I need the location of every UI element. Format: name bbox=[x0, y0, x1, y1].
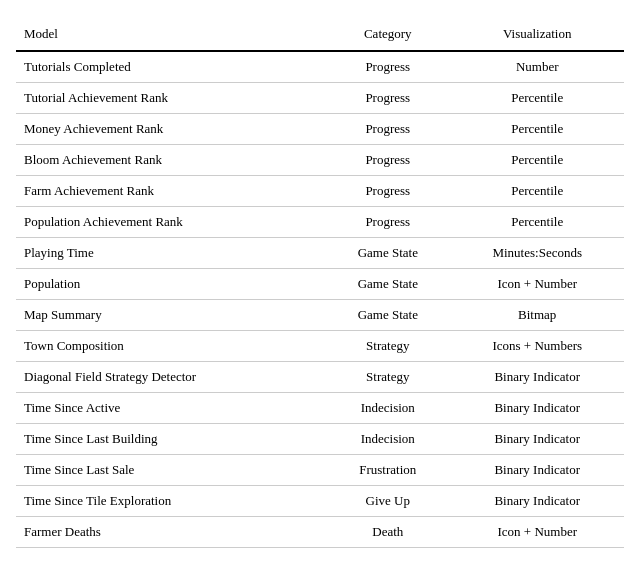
cell-model: Farmer Deaths bbox=[16, 517, 325, 548]
cell-visualization: Number bbox=[450, 51, 624, 83]
cell-category: Progress bbox=[325, 51, 450, 83]
cell-category: Game State bbox=[325, 300, 450, 331]
cell-visualization: Binary Indicator bbox=[450, 486, 624, 517]
table-row: Farm Achievement RankProgressPercentile bbox=[16, 176, 624, 207]
cell-visualization: Minutes:Seconds bbox=[450, 238, 624, 269]
header-model: Model bbox=[16, 20, 325, 51]
cell-category: Progress bbox=[325, 83, 450, 114]
cell-category: Give Up bbox=[325, 486, 450, 517]
cell-category: Progress bbox=[325, 114, 450, 145]
main-table-container: Model Category Visualization Tutorials C… bbox=[16, 20, 624, 548]
cell-category: Game State bbox=[325, 238, 450, 269]
cell-visualization: Percentile bbox=[450, 176, 624, 207]
table-row: Diagonal Field Strategy DetectorStrategy… bbox=[16, 362, 624, 393]
cell-visualization: Binary Indicator bbox=[450, 455, 624, 486]
cell-model: Population bbox=[16, 269, 325, 300]
table-row: Tutorial Achievement RankProgressPercent… bbox=[16, 83, 624, 114]
table-row: Bloom Achievement RankProgressPercentile bbox=[16, 145, 624, 176]
cell-visualization: Percentile bbox=[450, 114, 624, 145]
cell-visualization: Icon + Number bbox=[450, 269, 624, 300]
cell-category: Progress bbox=[325, 176, 450, 207]
table-row: Time Since Last BuildingIndecisionBinary… bbox=[16, 424, 624, 455]
table-row: Population Achievement RankProgressPerce… bbox=[16, 207, 624, 238]
cell-visualization: Binary Indicator bbox=[450, 393, 624, 424]
header-category: Category bbox=[325, 20, 450, 51]
cell-category: Strategy bbox=[325, 331, 450, 362]
table-row: PopulationGame StateIcon + Number bbox=[16, 269, 624, 300]
cell-category: Progress bbox=[325, 145, 450, 176]
cell-visualization: Binary Indicator bbox=[450, 362, 624, 393]
table-header-row: Model Category Visualization bbox=[16, 20, 624, 51]
cell-category: Indecision bbox=[325, 424, 450, 455]
cell-visualization: Bitmap bbox=[450, 300, 624, 331]
cell-model: Time Since Last Sale bbox=[16, 455, 325, 486]
cell-category: Progress bbox=[325, 207, 450, 238]
table-row: Time Since Last SaleFrustrationBinary In… bbox=[16, 455, 624, 486]
cell-category: Indecision bbox=[325, 393, 450, 424]
cell-category: Death bbox=[325, 517, 450, 548]
cell-model: Farm Achievement Rank bbox=[16, 176, 325, 207]
cell-category: Game State bbox=[325, 269, 450, 300]
cell-model: Bloom Achievement Rank bbox=[16, 145, 325, 176]
cell-model: Population Achievement Rank bbox=[16, 207, 325, 238]
cell-model: Money Achievement Rank bbox=[16, 114, 325, 145]
cell-category: Frustration bbox=[325, 455, 450, 486]
cell-category: Strategy bbox=[325, 362, 450, 393]
cell-visualization: Percentile bbox=[450, 145, 624, 176]
table-row: Map SummaryGame StateBitmap bbox=[16, 300, 624, 331]
cell-model: Diagonal Field Strategy Detector bbox=[16, 362, 325, 393]
table-row: Farmer DeathsDeathIcon + Number bbox=[16, 517, 624, 548]
header-visualization: Visualization bbox=[450, 20, 624, 51]
cell-visualization: Percentile bbox=[450, 83, 624, 114]
cell-model: Map Summary bbox=[16, 300, 325, 331]
cell-model: Town Composition bbox=[16, 331, 325, 362]
table-row: Town CompositionStrategyIcons + Numbers bbox=[16, 331, 624, 362]
table-row: Money Achievement RankProgressPercentile bbox=[16, 114, 624, 145]
table-row: Playing TimeGame StateMinutes:Seconds bbox=[16, 238, 624, 269]
cell-visualization: Icons + Numbers bbox=[450, 331, 624, 362]
cell-visualization: Percentile bbox=[450, 207, 624, 238]
cell-model: Time Since Last Building bbox=[16, 424, 325, 455]
cell-model: Tutorial Achievement Rank bbox=[16, 83, 325, 114]
table-row: Tutorials CompletedProgressNumber bbox=[16, 51, 624, 83]
table-row: Time Since Tile ExplorationGive UpBinary… bbox=[16, 486, 624, 517]
table-row: Time Since ActiveIndecisionBinary Indica… bbox=[16, 393, 624, 424]
cell-model: Playing Time bbox=[16, 238, 325, 269]
cell-model: Time Since Active bbox=[16, 393, 325, 424]
cell-visualization: Icon + Number bbox=[450, 517, 624, 548]
cell-visualization: Binary Indicator bbox=[450, 424, 624, 455]
cell-model: Tutorials Completed bbox=[16, 51, 325, 83]
data-table: Model Category Visualization Tutorials C… bbox=[16, 20, 624, 548]
cell-model: Time Since Tile Exploration bbox=[16, 486, 325, 517]
